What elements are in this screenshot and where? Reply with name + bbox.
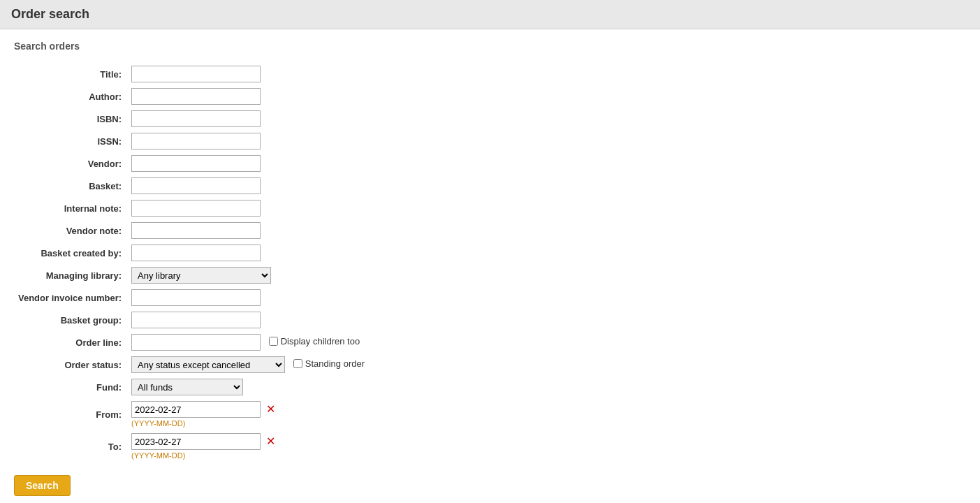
isbn-label: ISBN: [14,108,127,130]
order-line-label: Order line: [14,331,127,353]
basket-created-by-label: Basket created by: [14,242,127,264]
order-status-label: Order status: [14,353,127,376]
internal-note-label: Internal note: [14,197,127,219]
clear-from-date-button[interactable]: ✕ [263,404,278,415]
vendor-label: Vendor: [14,152,127,175]
basket-label: Basket: [14,175,127,197]
fund-select[interactable]: All funds [131,379,243,395]
from-date-input[interactable] [131,401,261,418]
to-date-input[interactable] [131,433,261,450]
order-status-select[interactable]: Any status except cancelled [131,356,285,373]
author-input[interactable] [131,88,261,105]
isbn-input[interactable] [131,110,261,127]
issn-input[interactable] [131,133,261,150]
basket-input[interactable] [131,177,261,194]
title-input[interactable] [131,66,261,82]
fund-label: Fund: [14,376,127,398]
title-label: Title: [14,63,127,85]
to-date-hint: (YYYY-MM-DD) [131,451,365,460]
managing-library-select[interactable]: Any library [131,267,271,284]
standing-order-checkbox[interactable] [293,359,302,368]
vendor-note-input[interactable] [131,222,261,239]
basket-group-label: Basket group: [14,309,127,331]
managing-library-label: Managing library: [14,264,127,286]
from-label: From: [14,398,127,430]
vendor-invoice-number-input[interactable] [131,289,261,306]
internal-note-input[interactable] [131,200,261,217]
basket-group-input[interactable] [131,312,261,328]
standing-order-label: Standing order [293,358,365,369]
vendor-input[interactable] [131,155,261,172]
vendor-invoice-number-label: Vendor invoice number: [14,286,127,309]
vendor-note-label: Vendor note: [14,219,127,242]
search-button[interactable]: Search [14,475,71,496]
clear-to-date-button[interactable]: ✕ [263,436,278,447]
display-children-checkbox[interactable] [269,337,278,346]
section-title: Search orders [14,41,966,52]
author-label: Author: [14,85,127,108]
basket-created-by-input[interactable] [131,245,261,261]
issn-label: ISSN: [14,130,127,152]
display-children-label: Display children too [269,336,360,347]
page-title: Order search [0,0,980,29]
to-label: To: [14,430,127,462]
from-date-hint: (YYYY-MM-DD) [131,419,365,428]
order-line-input[interactable] [131,334,261,351]
